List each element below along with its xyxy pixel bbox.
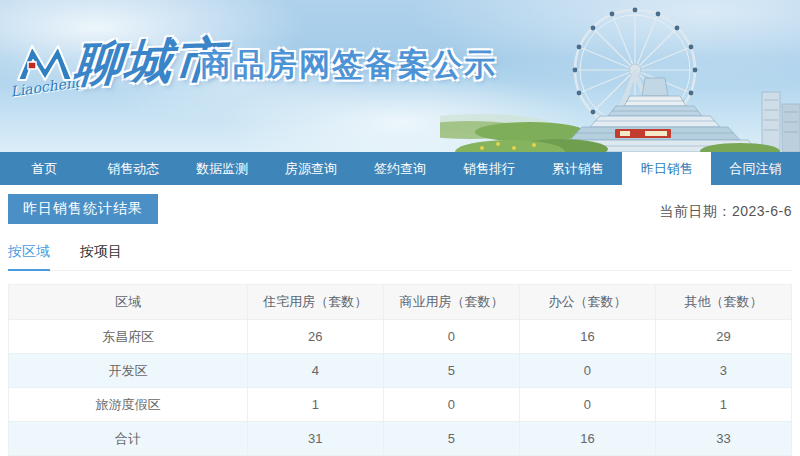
nav-item-contract-query[interactable]: 签约查询 xyxy=(356,152,445,185)
cell-office: 16 xyxy=(519,422,655,456)
nav-item-sales-dynamics[interactable]: 销售动态 xyxy=(89,152,178,185)
col-header-region: 区域 xyxy=(9,285,248,320)
cell-other: 1 xyxy=(655,388,791,422)
city-scenery-image xyxy=(440,0,800,152)
table-row: 旅游度假区 1 0 0 1 xyxy=(9,388,792,422)
tab-by-project[interactable]: 按项目 xyxy=(80,243,122,270)
tab-by-region[interactable]: 按区域 xyxy=(8,243,50,271)
header-banner: Liaocheng 聊城市 商品房网签备案公示 xyxy=(0,0,800,152)
nav-item-home[interactable]: 首页 xyxy=(0,152,89,185)
cell-region: 合计 xyxy=(9,422,248,456)
cell-commercial: 0 xyxy=(383,320,519,354)
current-date-label: 当前日期： xyxy=(659,203,732,219)
table-row: 东昌府区 26 0 16 29 xyxy=(9,320,792,354)
cell-commercial: 5 xyxy=(383,354,519,388)
nav-item-yesterday-sales[interactable]: 昨日销售 xyxy=(622,152,711,185)
cell-region: 开发区 xyxy=(9,354,248,388)
cell-commercial: 5 xyxy=(383,422,519,456)
cell-residential: 31 xyxy=(247,422,383,456)
col-header-other: 其他（套数） xyxy=(655,285,791,320)
brand-block: Liaocheng 聊城市 商品房网签备案公示 xyxy=(0,0,500,152)
current-date-value: 2023-6-6 xyxy=(732,203,792,219)
view-tabs: 按区域 按项目 xyxy=(8,243,792,271)
table-row: 开发区 4 5 0 3 xyxy=(9,354,792,388)
cell-residential: 26 xyxy=(247,320,383,354)
cell-office: 0 xyxy=(519,388,655,422)
cell-residential: 1 xyxy=(247,388,383,422)
page: Liaocheng 聊城市 商品房网签备案公示 xyxy=(0,0,800,456)
nav-item-housing-query[interactable]: 房源查询 xyxy=(267,152,356,185)
cell-other: 33 xyxy=(655,422,791,456)
cell-residential: 4 xyxy=(247,354,383,388)
main-nav: 首页 销售动态 数据监测 房源查询 签约查询 销售排行 累计销售 昨日销售 合同… xyxy=(0,152,800,185)
nav-item-contract-cancel[interactable]: 合同注销 xyxy=(711,152,800,185)
cell-commercial: 0 xyxy=(383,388,519,422)
nav-item-cumulative-sales[interactable]: 累计销售 xyxy=(533,152,622,185)
nav-item-data-monitor[interactable]: 数据监测 xyxy=(178,152,267,185)
section-title-badge: 昨日销售统计结果 xyxy=(8,194,158,224)
table-header-row: 区域 住宅用房（套数） 商业用房（套数） 办公（套数） 其他（套数） xyxy=(9,285,792,320)
cell-other: 3 xyxy=(655,354,791,388)
table-row-total: 合计 31 5 16 33 xyxy=(9,422,792,456)
col-header-commercial: 商业用房（套数） xyxy=(383,285,519,320)
col-header-office: 办公（套数） xyxy=(519,285,655,320)
current-date: 当前日期：2023-6-6 xyxy=(659,194,792,221)
cell-region: 东昌府区 xyxy=(9,320,248,354)
sales-stats-table: 区域 住宅用房（套数） 商业用房（套数） 办公（套数） 其他（套数） 东昌府区 … xyxy=(8,284,792,456)
cell-other: 29 xyxy=(655,320,791,354)
cell-office: 0 xyxy=(519,354,655,388)
section-head: 昨日销售统计结果 当前日期：2023-6-6 xyxy=(8,194,792,224)
col-header-residential: 住宅用房（套数） xyxy=(247,285,383,320)
nav-item-sales-ranking[interactable]: 销售排行 xyxy=(444,152,533,185)
cell-region: 旅游度假区 xyxy=(9,388,248,422)
content-area: 昨日销售统计结果 当前日期：2023-6-6 按区域 按项目 区域 住宅用房（套… xyxy=(0,185,800,456)
cell-office: 16 xyxy=(519,320,655,354)
